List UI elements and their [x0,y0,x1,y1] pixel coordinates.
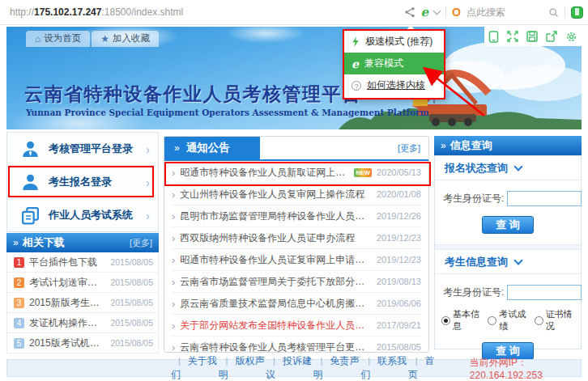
radio-icon [535,316,543,325]
notice-label: 文山州特种设备作业人员复审网上操作流程 [180,188,372,201]
candidate-info-section-toggle[interactable]: 考生信息查询 [435,250,581,274]
bullet-icon: › [172,254,175,266]
radio-basic-info[interactable]: 基本信息 [441,308,481,332]
browser-logo-icon[interactable] [571,6,583,19]
footer-link[interactable]: 首页 [408,354,439,381]
menu-item-speed-mode[interactable]: 极速模式 (推荐) [344,31,444,53]
notice-item[interactable]: › 昭通市特种设备作业人员证复审网上申请流程及相... 2019/12/23 [172,249,421,271]
menu-item-kernel-help[interactable]: ? 如何选择内核 [344,74,444,96]
set-homepage-tab[interactable]: ⌂设为首页 [26,31,90,47]
double-arrow-icon: » [13,237,19,248]
notice-item[interactable]: › 昭通市特种设备作业人员新取证网上报名流程 NEW 2020/05/13 [172,162,421,184]
info-id-input[interactable] [507,285,582,300]
notice-date: 2017/09/21 [377,320,421,330]
download-item[interactable]: 1 平台插件包下载 2015/08/05 [7,252,158,273]
url-text[interactable]: http://175.102.17.247:18500/index.shtml [10,6,183,18]
download-date: 2015/08/05 [110,298,153,307]
add-favorite-tab[interactable]: ★加入收藏 [92,31,159,47]
footer-link[interactable]: 投诉建议 [266,354,313,381]
notice-date: 2020/01/08 [377,189,421,199]
new-badge: NEW [354,168,372,177]
login-panel: 考核管理平台登录 › 考生报名登录 › 作业人员考试系统 › [6,132,159,232]
double-arrow-icon: » [441,140,446,151]
footer-link[interactable]: 关于我们 [171,354,219,381]
kernel-mode-menu: 极速模式 (推荐) e 兼容模式 ? 如何选择内核 [343,29,445,99]
share-icon[interactable] [404,6,415,18]
gear-icon[interactable] [565,31,577,43]
ie-icon: e [352,57,359,70]
radio-exam-score[interactable]: 考试成绩 [488,308,527,332]
id-number-label: 考生身份证号: [443,192,504,205]
login-link-admin-platform[interactable]: 考核管理平台登录 › [7,133,158,166]
notice-item[interactable]: › 原云南省质量技术监督局信息中心机房搬迁公告 2019/06/06 [172,293,421,315]
notice-date: 2015/08/05 [377,342,421,352]
notices-more-link[interactable]: [更多] [398,142,420,155]
status-query-button[interactable]: 查 询 [482,216,534,234]
bullet-icon: › [172,210,175,222]
star-icon: ★ [100,33,109,44]
ie-kernel-icon[interactable]: e [421,6,429,19]
query-panel: 报名状态查询 考生身份证号: 查 询 考生信息查询 考生身份证号: 基本信息 考… [434,155,582,349]
notices-title: 通知公告 [186,142,230,154]
browser-address-bar: http://175.102.17.247:18500/index.shtml … [0,0,588,25]
radio-label: 证书情况 [546,308,574,332]
notice-item[interactable]: › 西双版纳州特种设备作业人员证申办流程 2019/12/23 [172,227,421,249]
download-item[interactable]: 5 2015版考试机构操... 2015/08/05 [7,333,158,353]
download-item[interactable]: 4 发证机构操作手册 2015/08/05 [7,313,158,333]
radio-label: 基本信息 [453,308,481,332]
downloads-title: 相关下载 [23,235,65,250]
export-icon[interactable] [546,31,557,42]
divider [435,244,581,250]
phone-icon[interactable] [488,31,499,43]
admin-user-icon [20,139,40,159]
radio-certificate[interactable]: 证书情况 [535,308,574,332]
downloads-more-link[interactable]: [更多] [130,237,152,249]
divider [445,6,446,18]
site-subtitle: Yunnan Province Special Equipment Operat… [26,108,429,117]
fullscreen-icon[interactable] [507,31,518,42]
rank-badge: 5 [14,338,24,349]
radio-icon [488,316,496,325]
chevron-down-icon[interactable] [433,7,441,15]
chevron-down-icon [513,256,522,265]
notice-item[interactable]: › 云南省市场监督管理局关于委托下放部分行政许可... 2019/08/13 [172,271,421,293]
search-icon[interactable] [548,7,559,18]
notice-item[interactable]: › 关于部分网站发布全国特种设备作业人员不实信息... 2017/09/21 [172,315,421,337]
double-arrow-icon: » [174,142,180,154]
add-favorite-label: 加入收藏 [113,32,150,44]
browser-search-input[interactable]: 点此搜索 [467,6,505,19]
question-icon: ? [352,81,361,91]
save-icon[interactable] [526,31,538,42]
chevron-right-icon: › [146,176,150,189]
notice-date: 2019/12/23 [377,233,421,243]
footer-link[interactable]: 联系我们 [360,354,408,381]
notice-date: 2019/12/26 [377,211,421,221]
download-item[interactable]: 2 考试计划送审、审核 ... 2015/08/05 [7,273,158,293]
login-link-exam-system[interactable]: 作业人员考试系统 › [7,199,158,231]
search-engine-logo[interactable]: O [452,6,461,19]
menu-item-compat-mode[interactable]: e 兼容模式 [344,53,444,74]
notice-item[interactable]: › 昆明市市场监督管理局特种设备作业人员复审流程... 2019/12/26 [172,205,421,227]
documents-icon [20,205,40,226]
notice-label: 关于部分网站发布全国特种设备作业人员不实信息... [180,319,372,332]
login-link-candidate-signup[interactable]: 考生报名登录 › [7,166,158,199]
signup-status-section-toggle[interactable]: 报名状态查询 [435,156,581,180]
footer-link[interactable]: 免责声明 [313,354,361,381]
notice-item[interactable]: › 文山州特种设备作业人员复审网上操作流程 2020/01/08 [172,184,421,205]
status-id-input[interactable] [507,191,582,206]
download-label: 发证机构操作手册 [29,316,105,330]
footer-link[interactable]: 版权声明 [219,354,266,381]
bullet-icon: › [172,188,175,201]
notice-label: 昆明市市场监督管理局特种设备作业人员复审流程... [180,210,372,223]
notices-panel: »通知公告 [更多] › 昭通市特种设备作业人员新取证网上报名流程 NEW 20… [164,136,429,353]
notice-label: 昭通市特种设备作业人员证复审网上申请流程及相... [180,253,372,267]
login-label: 考生报名登录 [49,175,138,189]
download-item[interactable]: 3 2015新版考生操作... 2015/08/05 [7,293,158,313]
chevron-right-icon: › [146,142,150,156]
notices-tab[interactable]: »通知公告 [164,137,260,159]
login-label: 考核管理平台登录 [49,142,138,156]
downloads-header: » 相关下载 [更多] [6,233,159,252]
candidate-info-title: 考生信息查询 [445,255,508,269]
notice-label: 云南省市场监督管理局关于委托下放部分行政许可... [180,275,372,289]
id-number-label: 考生身份证号: [443,286,504,299]
